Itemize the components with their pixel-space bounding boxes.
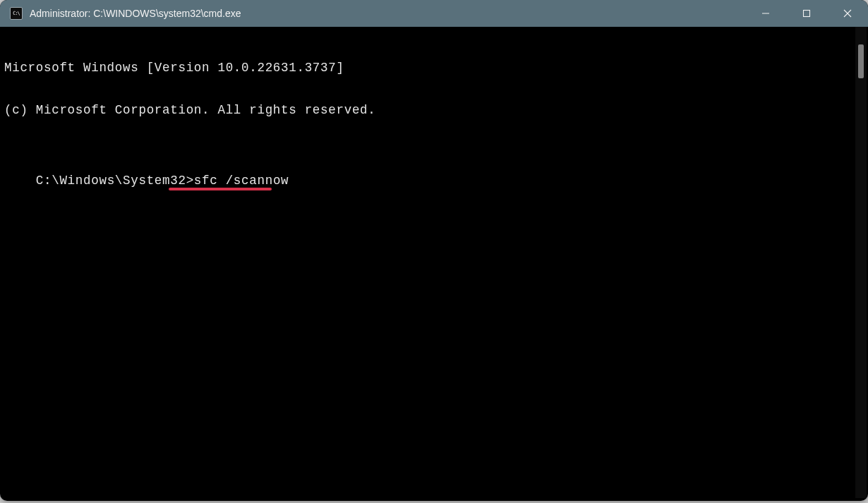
version-line: Microsoft Windows [Version 10.0.22631.37… — [4, 61, 864, 75]
svg-rect-1 — [804, 11, 810, 17]
prompt-line: C:\Windows\System32>sfc /scannow — [36, 174, 289, 216]
command-input[interactable]: sfc /scannow — [194, 174, 289, 188]
cmd-window: Administrator: C:\WINDOWS\system32\cmd.e… — [0, 0, 868, 501]
window-title: Administrator: C:\WINDOWS\system32\cmd.e… — [30, 8, 241, 19]
scrollbar-track[interactable] — [855, 27, 867, 498]
maximize-icon — [802, 9, 811, 18]
minimize-button[interactable] — [745, 0, 786, 27]
titlebar[interactable]: Administrator: C:\WINDOWS\system32\cmd.e… — [0, 0, 868, 27]
minimize-icon — [761, 9, 770, 18]
maximize-button[interactable] — [786, 0, 827, 27]
copyright-line: (c) Microsoft Corporation. All rights re… — [4, 103, 864, 117]
window-controls — [745, 0, 868, 27]
terminal-output[interactable]: Microsoft Windows [Version 10.0.22631.37… — [0, 27, 868, 236]
prompt: C:\Windows\System32> — [36, 174, 194, 188]
cmd-icon — [10, 7, 23, 20]
blank-line — [4, 145, 864, 159]
close-button[interactable] — [827, 0, 868, 27]
scrollbar-thumb[interactable] — [858, 44, 864, 78]
close-icon — [843, 9, 852, 18]
annotation-underline — [169, 188, 272, 190]
